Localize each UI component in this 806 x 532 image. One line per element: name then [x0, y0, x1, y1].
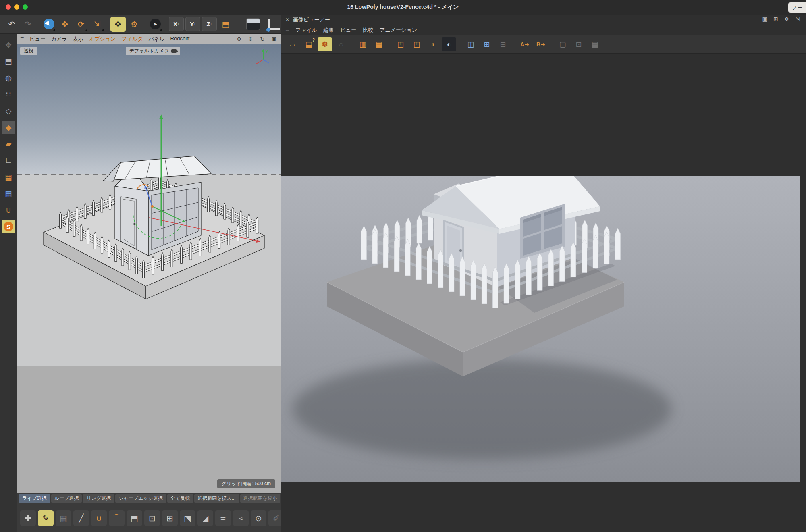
camera-label[interactable]: デフォルトカメラ — [126, 47, 180, 55]
knife-tool[interactable]: ╱ — [73, 510, 89, 526]
render-image-icon — [246, 18, 260, 30]
pv-frame-b-button[interactable]: ◰ — [409, 37, 424, 51]
z-axis-lock-button[interactable]: Zʟ — [202, 17, 217, 31]
rotate-tool[interactable]: ⟳ — [73, 17, 89, 32]
pv-frame-a-button[interactable]: ◳ — [393, 37, 408, 51]
workplane-mode-button[interactable]: ∟ — [2, 154, 15, 167]
points-mode-button[interactable]: ∷ — [2, 87, 15, 101]
falloff-sphere-icon: ➤ — [150, 19, 161, 29]
iron-tool[interactable]: ⌒ — [109, 510, 125, 526]
polygons-mode-button[interactable]: ◆ — [2, 121, 15, 134]
pv-float-button[interactable]: ▣ — [761, 16, 769, 22]
rendered-image[interactable] — [281, 176, 800, 482]
scale-tool[interactable]: ⇲ — [89, 17, 105, 32]
vp-toggle-icon[interactable]: ▣ — [270, 36, 278, 42]
make-editable-button[interactable]: ⬒ — [2, 54, 15, 68]
pv-window-2-button[interactable]: ⊡ — [571, 37, 586, 51]
pv-menu-edit[interactable]: 編集 — [324, 27, 334, 34]
vp-pan-icon[interactable]: ✥ — [235, 36, 243, 42]
inner-extrude-tool[interactable]: ⊡ — [144, 510, 160, 526]
tweak-move-tool[interactable]: ✥ — [110, 17, 126, 32]
loop-selection-button[interactable]: ループ選択 — [51, 494, 82, 503]
live-selection-tool[interactable] — [41, 17, 56, 32]
pv-ab-compare-button[interactable]: ◫ — [463, 37, 478, 51]
x-axis-lock-button[interactable]: Xʟ — [169, 17, 184, 31]
pv-window-1-button[interactable]: ▢ — [555, 37, 570, 51]
grow-selection-button[interactable]: 選択範囲を拡大... — [194, 494, 239, 503]
vp-menu-filter[interactable]: フィルタ — [121, 35, 143, 43]
magnet-tool[interactable]: ∪ — [91, 510, 107, 526]
pv-menu-file[interactable]: ファイル — [295, 27, 317, 34]
modeling-axis-tool[interactable]: ⚙ — [127, 17, 142, 32]
pv-layer-list-button[interactable]: ▤ — [372, 37, 386, 51]
pv-render-settings-button[interactable]: ✽ — [318, 37, 332, 51]
move-tool[interactable]: ✥ — [57, 17, 73, 32]
bridge-tool[interactable]: ≍ — [215, 510, 231, 526]
vp-menu-display[interactable]: 表示 — [73, 35, 83, 43]
pv-menu-icon[interactable]: ≡ — [285, 27, 289, 34]
pv-compare-off-button[interactable]: ◌ — [334, 37, 348, 51]
snap-grid-button[interactable]: ▦ — [2, 187, 15, 200]
pv-open-image-button[interactable]: ▱ — [285, 37, 300, 51]
pv-alpha-channel-button[interactable]: ◐ — [442, 37, 456, 51]
pv-menu-compare[interactable]: 比較 — [363, 27, 373, 34]
polygon-pen-tool[interactable]: ✎ — [38, 510, 54, 526]
extrude-tool[interactable]: ⬒ — [127, 510, 142, 526]
smooth-shift-tool[interactable]: ⬔ — [180, 510, 195, 526]
grid-button[interactable]: ▦ — [2, 170, 15, 184]
brush-tool[interactable]: ✐ — [268, 510, 281, 526]
tweak-mode-button[interactable]: ✥ — [2, 38, 15, 52]
y-axis-lock-button[interactable]: Yʟ — [185, 17, 200, 31]
ring-selection-button[interactable]: リング選択 — [83, 494, 114, 503]
falloff-tool[interactable]: ➤ — [147, 17, 163, 32]
viewport-menu-icon[interactable]: ≡ — [20, 35, 24, 43]
vp-menu-options[interactable]: オプション — [89, 35, 116, 43]
bevel-tool[interactable]: ◢ — [197, 510, 213, 526]
magnet-snap-button[interactable]: ∪ — [2, 203, 15, 217]
pv-pan-button[interactable]: ✥ — [783, 16, 790, 22]
sharp-edge-selection-button[interactable]: シャープエッジ選択 — [115, 494, 166, 503]
edges-mode-button[interactable]: ◇ — [2, 104, 15, 118]
pv-histogram-button[interactable]: ▥ — [355, 37, 370, 51]
floating-palette-tab[interactable]: ノー — [788, 2, 806, 13]
vp-menu-panel[interactable]: パネル — [149, 35, 165, 43]
vp-menu-view[interactable]: ビュー — [29, 35, 46, 43]
view-mode-label[interactable]: 透視 — [20, 47, 37, 55]
pv-set-a-button[interactable]: A➜ — [517, 37, 532, 51]
perspective-viewport[interactable]: 透視 デフォルトカメラ Y グリッド間隔 : 500 cm — [17, 44, 281, 493]
vp-zoom-icon[interactable]: ⇕ — [247, 36, 254, 42]
undo-button[interactable]: ↶ — [4, 17, 19, 32]
pv-menu-view[interactable]: ビュー — [341, 27, 357, 34]
shrink-selection-button[interactable]: 選択範囲を縮小 — [240, 494, 280, 503]
matrix-extrude-tool[interactable]: ⊞ — [162, 510, 178, 526]
pv-window-3-button[interactable]: ▤ — [588, 37, 602, 51]
main-toolbar: ↶ ↷ ✥ ⟳ ⇲ ✥ ⚙ ➤ Xʟ Yʟ Zʟ ⬒ — [0, 15, 281, 34]
quantize-tool[interactable]: ▦ — [56, 510, 71, 526]
vp-menu-camera[interactable]: カメラ — [51, 35, 67, 43]
stitch-sew-tool[interactable]: ≈ — [233, 510, 249, 526]
pv-rgb-channel-button[interactable]: ◑ — [426, 37, 440, 51]
create-point-tool[interactable]: ✚ — [20, 510, 36, 526]
pv-menu-animation[interactable]: アニメーション — [380, 27, 417, 34]
pv-ab-horizontal-button[interactable]: ⊞ — [480, 37, 494, 51]
pv-dock-button[interactable]: ⇲ — [794, 16, 801, 22]
pv-set-b-button[interactable]: B➜ — [534, 37, 548, 51]
pv-save-image-button[interactable]: ⬓? — [301, 37, 316, 51]
weld-tool[interactable]: ⊙ — [251, 510, 266, 526]
live-selection-button[interactable]: ライブ選択 — [19, 494, 50, 503]
pv-ab-vertical-button[interactable]: ⊟ — [496, 37, 510, 51]
vp-menu-redshift[interactable]: Redshift — [170, 35, 190, 43]
auto-snap-button[interactable]: S — [2, 220, 15, 233]
y-axis-label: Y — [190, 21, 194, 27]
pv-close-button[interactable]: ✕ — [285, 17, 289, 23]
texture-mode-button[interactable]: ▰ — [2, 137, 15, 151]
workplane-l-button[interactable] — [266, 17, 282, 32]
pv-title: 画像ビューアー — [293, 16, 330, 23]
vp-rotate-icon[interactable]: ↻ — [259, 36, 266, 42]
pv-expand-button[interactable]: ⊞ — [772, 16, 779, 22]
coordinate-system-button[interactable]: ⬒ — [218, 17, 233, 32]
model-mode-button[interactable]: ◍ — [2, 71, 15, 85]
redo-button[interactable]: ↷ — [20, 17, 35, 32]
render-view-button[interactable] — [245, 17, 261, 32]
invert-all-button[interactable]: 全て反転 — [167, 494, 193, 503]
